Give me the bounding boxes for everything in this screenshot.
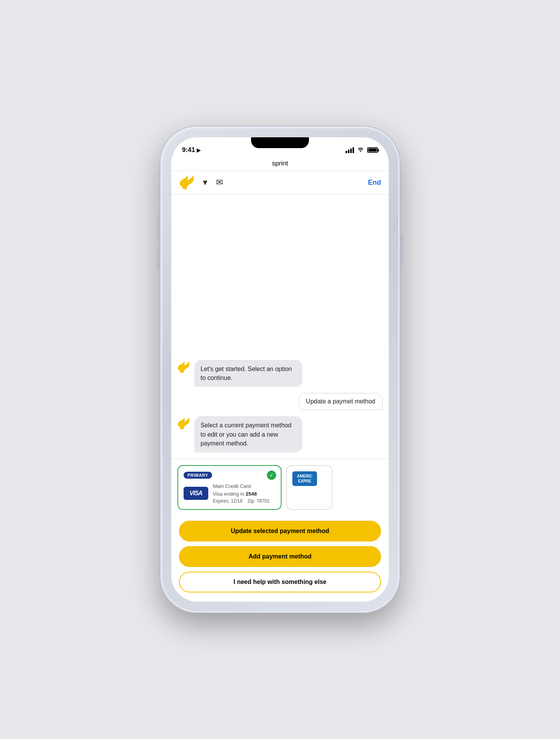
battery-icon (367, 147, 378, 153)
bot-bubble-2: Select a current payment method to edit … (194, 416, 302, 452)
chat-spacer (177, 204, 383, 354)
primary-badge: PRIMARY (184, 472, 212, 479)
volume-up-button[interactable] (157, 215, 160, 238)
chevron-down-icon[interactable]: ▼ (201, 178, 209, 187)
chat-header: ▼ ✉ End (171, 171, 389, 194)
cards-scroll-area[interactable]: PRIMARY ✓ VISA Main Credit Card Visa end… (171, 459, 389, 516)
payment-card-primary[interactable]: PRIMARY ✓ VISA Main Credit Card Visa end… (177, 465, 282, 510)
card-number-suffix: 2548 (246, 491, 257, 497)
visa-logo: VISA (184, 487, 208, 500)
user-message-row: Update a paymet method (177, 393, 383, 410)
bot-avatar-icon (177, 361, 191, 374)
card-details-row: Expires: 12/18 Zip: 78701 (213, 498, 270, 504)
actions-area: Update selected payment method Add payme… (171, 516, 389, 602)
end-button[interactable]: End (368, 179, 381, 187)
time-display: 9:41 (182, 146, 195, 154)
user-bubble-1: Update a paymet method (299, 393, 383, 410)
app-title: sprint (171, 157, 389, 171)
bot-message-row-2: Select a current payment method to edit … (177, 416, 383, 452)
amex-logo: AMERICEXPRE (292, 471, 317, 486)
header-icons: ▼ ✉ (201, 177, 362, 187)
card-selected-checkmark: ✓ (267, 471, 276, 480)
status-icons (346, 147, 378, 154)
wifi-icon (357, 147, 364, 154)
bot-bubble-1: Let's get started. Select an option to c… (194, 360, 302, 387)
signal-icon (346, 147, 354, 153)
payment-card-secondary[interactable]: AMERICEXPRE (286, 465, 332, 510)
power-button[interactable] (400, 235, 403, 265)
volume-down-button[interactable] (157, 246, 160, 269)
add-payment-button[interactable]: Add payment method (179, 546, 381, 567)
update-payment-button[interactable]: Update selected payment method (179, 521, 381, 542)
location-arrow-icon: ▶ (197, 147, 201, 153)
notch (251, 137, 309, 148)
status-time: 9:41 ▶ (182, 146, 201, 154)
sprint-logo-icon (179, 175, 195, 189)
card-info: Main Credit Card Visa ending in 2548 Exp… (213, 483, 270, 504)
bot-message-row-1: Let's get started. Select an option to c… (177, 360, 383, 387)
chat-area: Let's get started. Select an option to c… (171, 194, 389, 459)
mail-icon[interactable]: ✉ (216, 177, 223, 187)
phone-device: 9:41 ▶ sprint (160, 127, 400, 612)
card-body: VISA Main Credit Card Visa ending in 254… (184, 483, 275, 504)
phone-screen: 9:41 ▶ sprint (171, 137, 389, 602)
card-number-row: Visa ending in 2548 (213, 490, 270, 498)
help-button[interactable]: I need help with something else (179, 572, 381, 592)
card-name: Main Credit Card (213, 483, 270, 490)
bot-avatar-icon-2 (177, 417, 191, 430)
